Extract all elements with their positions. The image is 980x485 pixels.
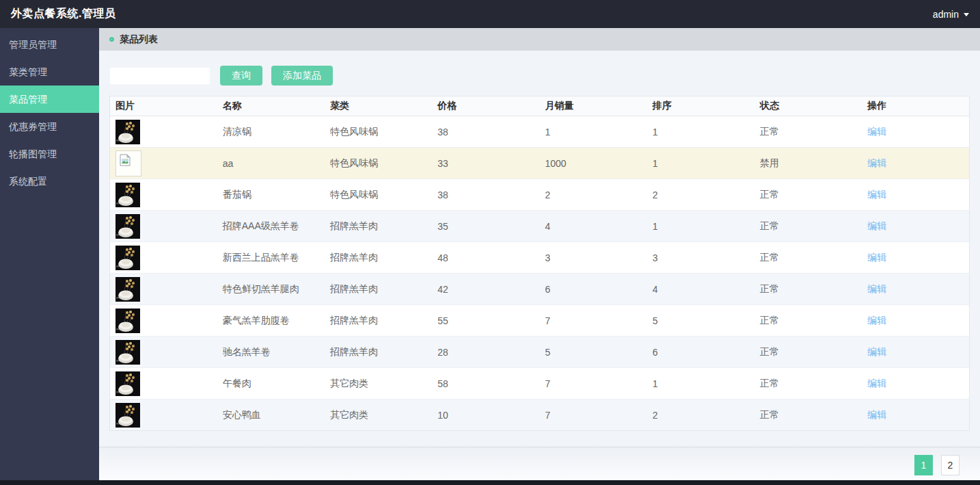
- add-dish-button[interactable]: 添加菜品: [271, 66, 333, 86]
- sidebar-item[interactable]: 菜品管理: [0, 86, 99, 113]
- table-row: 番茄锅 特色风味锅 38 2 2 正常 编辑: [110, 179, 970, 211]
- edit-link[interactable]: 编辑: [867, 126, 886, 137]
- action-cell: 编辑: [862, 305, 969, 337]
- sidebar-item[interactable]: 轮播图管理: [0, 140, 99, 168]
- dish-image: [115, 214, 140, 239]
- sales-cell: 6: [540, 274, 647, 305]
- category-cell: 招牌羔羊肉: [325, 211, 432, 242]
- edit-link[interactable]: 编辑: [867, 346, 886, 357]
- sales-cell: 4: [540, 211, 647, 242]
- table-body: 清凉锅 特色风味锅 38 1 1 正常 编辑: [110, 116, 970, 431]
- status-cell: 正常: [754, 211, 862, 242]
- sales-cell: 7: [540, 305, 647, 337]
- name-cell: aa: [217, 148, 325, 179]
- name-cell: 招牌AAA级羔羊卷: [217, 211, 325, 242]
- price-cell: 58: [432, 368, 539, 399]
- category-cell: 招牌羔羊肉: [325, 274, 432, 305]
- category-cell: 特色风味锅: [325, 179, 432, 211]
- name-cell: 安心鸭血: [217, 399, 325, 431]
- page-button[interactable]: 2: [941, 455, 959, 475]
- dish-image: [115, 371, 140, 396]
- sidebar-item-label: 菜品管理: [9, 94, 47, 105]
- pagination: 12: [914, 455, 959, 475]
- column-header: 排序: [647, 96, 754, 116]
- name-cell: 驰名羔羊卷: [217, 337, 325, 368]
- sidebar-item-label: 管理员管理: [9, 39, 57, 50]
- sort-cell: 1: [647, 368, 754, 399]
- name-cell: 午餐肉: [217, 368, 325, 399]
- status-cell: 正常: [754, 274, 862, 305]
- sidebar-item[interactable]: 菜类管理: [0, 58, 99, 86]
- sales-cell: 5: [540, 337, 647, 368]
- table-row: 招牌AAA级羔羊卷 招牌羔羊肉 35 4 1 正常 编辑: [110, 211, 970, 242]
- query-button[interactable]: 查询: [220, 66, 262, 86]
- name-cell: 豪气羔羊肋腹卷: [217, 305, 325, 337]
- category-cell: 招牌羔羊肉: [325, 242, 432, 274]
- price-cell: 42: [432, 274, 539, 305]
- image-cell: [110, 116, 217, 148]
- image-cell: [110, 305, 217, 337]
- table-row: 安心鸭血 其它肉类 10 7 2 正常 编辑: [110, 399, 970, 431]
- sidebar-item-label: 轮播图管理: [9, 148, 57, 159]
- edit-link[interactable]: 编辑: [867, 378, 886, 389]
- column-header: 名称: [217, 96, 325, 116]
- image-cell: [110, 148, 217, 179]
- sort-cell: 2: [647, 179, 754, 211]
- dish-table: 图片名称菜类价格月销量排序状态操作: [109, 96, 970, 431]
- sidebar-item[interactable]: 系统配置: [0, 168, 99, 195]
- table-header-row: 图片名称菜类价格月销量排序状态操作: [110, 96, 970, 116]
- edit-link[interactable]: 编辑: [867, 252, 886, 263]
- name-cell: 清凉锅: [217, 116, 325, 148]
- table-row: 豪气羔羊肋腹卷 招牌羔羊肉 55 7 5 正常 编辑: [110, 305, 970, 337]
- column-header: 图片: [110, 96, 217, 116]
- edit-link[interactable]: 编辑: [867, 283, 886, 294]
- column-header: 状态: [754, 96, 862, 116]
- action-cell: 编辑: [862, 274, 969, 305]
- image-cell: [110, 368, 217, 399]
- name-cell: 特色鲜切羔羊腿肉: [217, 274, 325, 305]
- sales-cell: 1000: [540, 148, 647, 179]
- action-cell: 编辑: [862, 179, 969, 211]
- image-cell: [110, 211, 217, 242]
- topbar: 外卖点餐系统.管理员 admin: [0, 0, 980, 28]
- page-button[interactable]: 1: [914, 455, 933, 475]
- price-cell: 38: [432, 116, 539, 148]
- status-cell: 禁用: [754, 148, 862, 179]
- sidebar-item-label: 系统配置: [9, 176, 47, 187]
- price-cell: 48: [432, 242, 539, 274]
- table-row: 新西兰上品羔羊卷 招牌羔羊肉 48 3 3 正常 编辑: [110, 242, 970, 274]
- sort-cell: 1: [647, 148, 754, 179]
- edit-link[interactable]: 编辑: [867, 315, 886, 326]
- user-menu[interactable]: admin: [933, 9, 969, 20]
- edit-link[interactable]: 编辑: [867, 409, 886, 420]
- column-header: 操作: [862, 96, 969, 116]
- image-cell: [110, 242, 217, 274]
- action-cell: 编辑: [862, 368, 969, 399]
- footer: 12: [99, 447, 980, 480]
- price-cell: 10: [432, 399, 539, 431]
- category-cell: 招牌羔羊肉: [325, 305, 432, 337]
- sort-cell: 3: [647, 242, 754, 274]
- name-cell: 番茄锅: [217, 179, 325, 211]
- table-row: aa 特色风味锅 33 1000 1 禁用 编辑: [110, 148, 970, 179]
- sidebar-item-label: 菜类管理: [9, 66, 47, 77]
- edit-link[interactable]: 编辑: [867, 220, 886, 231]
- edit-link[interactable]: 编辑: [867, 189, 886, 200]
- sidebar-item-label: 优惠券管理: [9, 121, 57, 132]
- category-cell: 其它肉类: [325, 399, 432, 431]
- sidebar-item[interactable]: 管理员管理: [0, 31, 99, 58]
- action-cell: 编辑: [862, 242, 969, 274]
- sales-cell: 7: [540, 368, 647, 399]
- broken-image-icon: [115, 150, 141, 176]
- column-header: 价格: [432, 96, 539, 116]
- dish-image: [115, 120, 140, 144]
- user-name: admin: [933, 9, 959, 20]
- search-input[interactable]: [109, 67, 210, 85]
- dish-image: [115, 183, 140, 207]
- action-cell: 编辑: [862, 116, 969, 148]
- main-area: 菜品列表 查询 添加菜品 图片名称菜类价格月销量排序状态操作: [99, 28, 980, 485]
- edit-link[interactable]: 编辑: [867, 157, 886, 168]
- dish-image: [115, 309, 140, 333]
- sidebar-item[interactable]: 优惠券管理: [0, 113, 99, 140]
- breadcrumb: 菜品列表: [99, 28, 980, 51]
